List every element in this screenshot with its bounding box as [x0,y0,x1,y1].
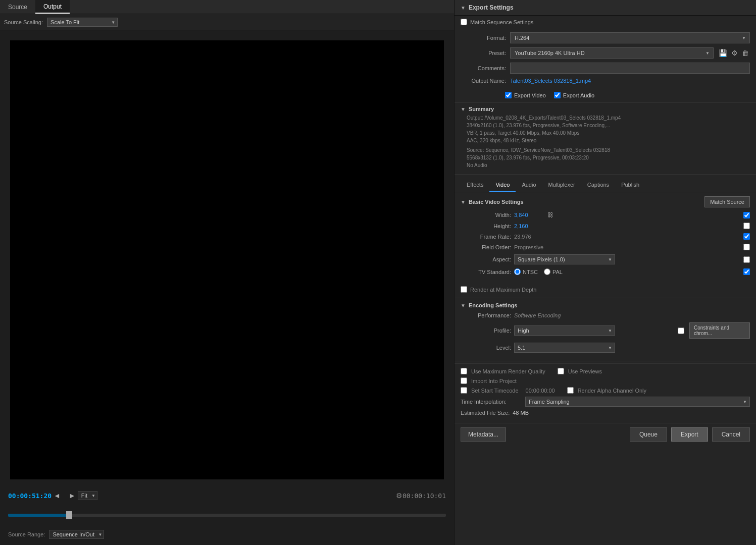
level-select-wrapper: 5.15.04.24.14.0 [514,343,615,353]
format-select[interactable]: H.264H.265 (HEVC)QuickTimeMPEG-4AVI [510,32,750,43]
settings-icon[interactable]: ⚙ [396,492,402,500]
render-max-depth-checkbox[interactable] [461,286,467,293]
export-settings-header: ▼ Export Settings [455,0,756,16]
summary-collapse-icon[interactable]: ▼ [461,106,466,112]
max-render-quality-checkbox[interactable] [461,368,467,374]
tv-standard-row: TV Standard: NTSC PAL [461,268,750,275]
cancel-button[interactable]: Cancel [712,427,750,442]
tab-effects[interactable]: Effects [461,179,489,192]
height-row: Height: [461,223,750,229]
height-checkbox[interactable] [743,223,750,229]
time-interp-select[interactable]: Frame SamplingFrame BlendingOptical Flow [525,397,750,407]
frame-rate-row: Frame Rate: 23.976 [461,233,750,240]
profile-label: Profile: [461,328,511,334]
export-video-checkbox-item[interactable]: Export Video [505,92,546,98]
tv-standard-checkbox[interactable] [743,268,750,275]
right-panel: ▼ Export Settings Match Sequence Setting… [455,0,756,545]
render-max-depth-label: Render at Maximum Depth [470,287,536,293]
profile-row: Profile: HighMainBaseline Constraints an… [461,322,750,339]
metadata-button[interactable]: Metadata... [461,427,506,442]
timecode-bar: 00:00:51:20 ◄ ► Fit ⚙ 00:00:10:01 [4,488,450,503]
import-into-project-checkbox[interactable] [461,377,467,384]
export-audio-checkbox[interactable] [554,92,561,98]
basic-video-title: Basic Video Settings [469,199,524,205]
link-icon: ⛓ [547,211,553,219]
scrubber-track[interactable] [8,514,446,517]
comments-row: Comments: [461,63,750,74]
source-scaling-bar: Source Scaling: Scale To FitScale To Fil… [0,14,454,30]
max-render-quality-label: Use Maximum Render Quality [471,368,545,374]
comments-input[interactable] [510,63,750,74]
step-forward-button[interactable]: ► [67,490,78,501]
frame-rate-checkbox[interactable] [743,233,750,240]
frame-rate-value: 23.976 [514,234,531,240]
match-source-button[interactable]: Match Source [704,196,750,207]
field-order-checkbox[interactable] [743,244,750,250]
field-order-label: Field Order: [461,244,511,250]
set-start-timecode-checkbox[interactable] [461,387,467,394]
use-previews-label: Use Previews [568,368,602,374]
collapse-arrow-icon[interactable]: ▼ [461,5,466,11]
preset-settings-icon[interactable]: ⚙ [730,48,739,58]
preset-save-icon[interactable]: 💾 [718,48,728,58]
encoding-collapse-icon[interactable]: ▼ [461,303,466,308]
export-video-checkbox[interactable] [505,92,512,98]
tab-video[interactable]: Video [489,179,516,192]
level-row: Level: 5.15.04.24.14.0 [461,343,750,353]
level-label: Level: [461,345,511,351]
source-scaling-select[interactable]: Scale To FitScale To FillStretch To Fill… [47,18,118,27]
preset-delete-icon[interactable]: 🗑 [741,48,750,58]
export-audio-checkbox-item[interactable]: Export Audio [554,92,594,98]
divider-2 [455,298,756,298]
pal-label: PAL [552,269,563,275]
step-back-button[interactable]: ◄ [52,490,63,501]
time-interp-select-wrapper: Frame SamplingFrame BlendingOptical Flow [525,397,750,407]
width-checkbox[interactable] [743,212,750,219]
tab-multiplexer[interactable]: Multiplexer [542,179,581,192]
output-name-link[interactable]: Talent03_Selects 032818_1.mp4 [510,78,591,84]
profile-select[interactable]: HighMainBaseline [514,325,615,336]
settings-tabs: Effects Video Audio Multiplexer Captions… [455,179,756,192]
tab-source[interactable]: Source [0,0,35,14]
performance-row: Performance: Software Encoding [461,312,750,318]
aspect-select-wrapper: Square Pixels (1.0)D1/DV NTSC (0.9091)D1… [514,254,615,264]
source-range-label: Source Range: [8,531,45,537]
render-max-depth-row: Render at Maximum Depth [455,283,756,296]
profile-select-wrapper: HighMainBaseline [514,325,615,336]
preset-select[interactable]: YouTube 2160p 4K Ultra HD [510,47,714,59]
use-previews-checkbox[interactable] [558,368,564,374]
match-sequence-checkbox[interactable] [461,19,467,25]
tab-output[interactable]: Output [35,0,70,14]
height-label: Height: [461,223,511,229]
ntsc-radio[interactable] [514,268,521,275]
basic-video-collapse-icon[interactable]: ▼ [461,199,466,205]
time-interp-label: Time Interpolation: [461,399,521,405]
queue-button[interactable]: Queue [630,427,667,442]
fit-select[interactable]: Fit [78,491,97,500]
source-scaling-label: Source Scaling: [4,19,43,25]
export-button[interactable]: Export [671,427,708,442]
scrubber-handle[interactable] [66,511,72,519]
tab-captions[interactable]: Captions [581,179,615,192]
level-select[interactable]: 5.15.04.24.14.0 [514,343,615,353]
pal-radio[interactable] [544,268,550,275]
profile-checkbox[interactable] [678,328,684,334]
import-into-project-row: Import Into Project [461,377,750,384]
encoding-header: ▼ Encoding Settings [461,302,750,308]
height-input[interactable] [514,223,544,229]
tab-audio[interactable]: Audio [516,179,542,192]
source-range-select[interactable]: Sequence In/Out [49,530,104,539]
left-panel: Source Output Source Scaling: Scale To F… [0,0,455,545]
ntsc-radio-item[interactable]: NTSC [514,268,538,275]
render-alpha-checkbox[interactable] [567,387,574,394]
constraints-tooltip: Constraints and chrom... [689,322,750,339]
preset-select-wrapper: YouTube 2160p 4K Ultra HD [510,47,714,59]
aspect-select[interactable]: Square Pixels (1.0)D1/DV NTSC (0.9091)D1… [514,254,615,264]
aspect-checkbox[interactable] [743,256,750,263]
aspect-label: Aspect: [461,256,511,262]
set-start-timecode-row: Set Start Timecode 00:00:00:00 Render Al… [461,387,750,394]
pal-radio-item[interactable]: PAL [544,268,563,275]
width-input[interactable] [514,212,544,218]
preset-label: Preset: [461,50,506,56]
tab-publish[interactable]: Publish [615,179,645,192]
